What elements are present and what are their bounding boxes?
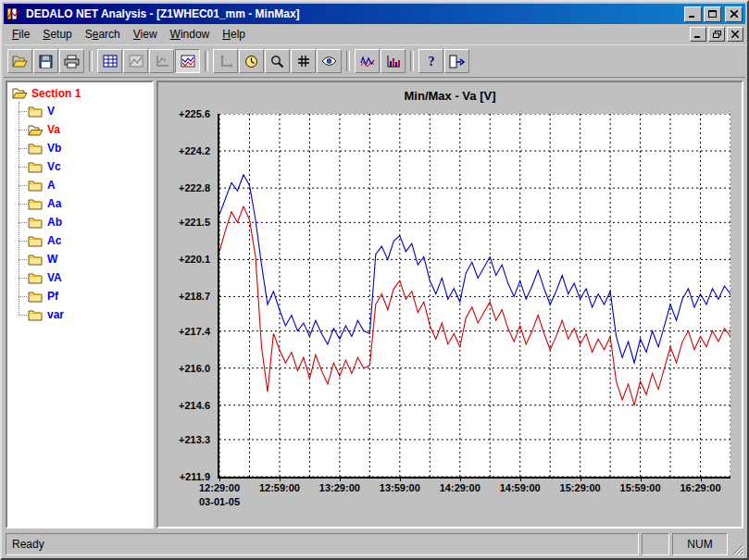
maximize-button[interactable] — [704, 6, 721, 22]
y-tick-label: +218.7 — [179, 291, 210, 302]
y-tick-label: +211.9 — [180, 471, 210, 482]
sidebar-item-ab[interactable]: Ab — [19, 213, 150, 231]
toolbar-separator — [89, 51, 93, 71]
svg-text:?: ? — [428, 55, 434, 68]
series-va-min — [219, 206, 730, 405]
sidebar-item-ac[interactable]: Ac — [19, 231, 150, 250]
time-period-button[interactable] — [239, 49, 264, 73]
toolbar-separator — [410, 51, 414, 71]
sidebar-item-va[interactable]: Va — [19, 120, 150, 139]
mdi-restore-button[interactable] — [708, 27, 725, 42]
sidebar-item-label: Vc — [47, 160, 61, 173]
x-axis-date-label: 03-01-05 — [199, 496, 240, 507]
axes-scale-disabled-button[interactable] — [213, 49, 238, 73]
folder-icon — [28, 309, 43, 321]
sidebar-item-va[interactable]: VA — [19, 268, 150, 287]
chart-minmax-active-button[interactable] — [175, 49, 200, 73]
folder-icon — [28, 198, 43, 210]
sidebar-item-label: A — [47, 179, 56, 192]
sidebar-item-aa[interactable]: Aa — [19, 194, 150, 213]
menu-view[interactable]: View — [127, 26, 164, 43]
menu-file[interactable]: File — [6, 26, 36, 43]
menu-bar-items: FileSetupSearchViewWindowHelp — [6, 26, 252, 43]
sidebar-item-label: W — [47, 253, 57, 266]
folder-icon — [28, 291, 43, 303]
x-tick-label: 12:29:00 — [199, 482, 240, 493]
minimize-button[interactable] — [684, 6, 702, 22]
sidebar-item-label: V — [47, 105, 55, 118]
resize-grip[interactable] — [730, 533, 743, 555]
menu-setup[interactable]: Setup — [36, 26, 78, 43]
y-tick-label: +214.6 — [179, 400, 210, 411]
open-folder-icon — [28, 124, 43, 136]
sidebar-item-label: Va — [47, 123, 60, 136]
menu-help[interactable]: Help — [216, 26, 252, 43]
sidebar-tree-items: VVaVbVcAAaAbAcWVAPfvar — [19, 102, 150, 324]
x-tick-label: 12:59:00 — [259, 482, 300, 493]
print-button[interactable] — [59, 49, 84, 73]
y-tick-label: +216.0 — [179, 363, 210, 374]
window-title: DEDALO NET Analysis - [Z1WHEC01_mm - Min… — [26, 7, 682, 20]
sidebar-item-label: var — [47, 308, 64, 321]
y-tick-label: +220.1 — [179, 254, 210, 265]
folder-icon — [28, 217, 43, 229]
sidebar-item-vc[interactable]: Vc — [19, 157, 150, 176]
app-window: DEDALO NET Analysis - [Z1WHEC01_mm - Min… — [0, 0, 749, 560]
mdi-minimize-button[interactable] — [690, 27, 706, 42]
menu-search[interactable]: Search — [79, 26, 127, 43]
close-button[interactable] — [725, 6, 743, 22]
x-tick-label: 14:29:00 — [440, 482, 481, 493]
sidebar-item-pf[interactable]: Pf — [19, 287, 150, 305]
x-tick-label: 15:29:00 — [560, 482, 601, 493]
chart-line-disabled-button[interactable] — [123, 49, 148, 73]
sidebar-item-section-1[interactable]: Section 1 — [9, 85, 150, 102]
title-bar: DEDALO NET Analysis - [Z1WHEC01_mm - Min… — [4, 4, 745, 24]
y-tick-label: +225.6 — [179, 108, 210, 119]
zoom-button[interactable] — [265, 49, 290, 73]
save-setup-button[interactable] — [33, 49, 58, 73]
x-tick-label: 15:59:00 — [620, 482, 661, 493]
y-tick-label: +222.8 — [179, 182, 210, 193]
sidebar-item-label: Pf — [47, 290, 58, 303]
y-axis-labels: +225.6+224.2+222.8+221.5+220.1+218.7+217… — [158, 114, 214, 479]
status-bar: Ready NUM — [4, 531, 745, 556]
app-icon — [6, 6, 21, 21]
chart-panel: Min/Max - Va [V] +225.6+224.2+222.8+221.… — [156, 81, 743, 529]
menu-window[interactable]: Window — [164, 26, 217, 43]
sidebar-item-w[interactable]: W — [19, 250, 150, 268]
y-tick-label: +221.5 — [179, 217, 210, 228]
folder-icon — [28, 272, 43, 284]
x-axis-labels: 12:29:0012:59:0013:29:0013:59:0014:29:00… — [219, 482, 732, 495]
x-tick-label: 16:29:00 — [680, 482, 720, 493]
sidebar-item-vb[interactable]: Vb — [19, 139, 150, 157]
grid-toggle-button[interactable] — [291, 49, 316, 73]
sidebar-item-label: Vb — [47, 142, 61, 155]
chart-xy-disabled-button[interactable] — [149, 49, 174, 73]
view-eye-button[interactable] — [317, 49, 342, 73]
open-file-button[interactable] — [7, 49, 32, 73]
plot-area[interactable] — [218, 114, 730, 479]
data-table-button[interactable] — [97, 49, 122, 73]
x-tick-label: 14:59:00 — [500, 482, 541, 493]
exit-button[interactable] — [444, 49, 469, 73]
open-folder-icon — [12, 87, 28, 100]
sidebar-item-label: VA — [47, 271, 62, 284]
help-button[interactable]: ? — [418, 49, 443, 73]
folder-icon — [28, 235, 43, 247]
y-tick-label: +224.2 — [179, 145, 210, 156]
sidebar-item-var[interactable]: var — [19, 305, 150, 324]
sidebar-item-v[interactable]: V — [19, 102, 150, 120]
sidebar-tree: Section 1 VVaVbVcAAaAbAcWVAPfvar — [6, 81, 154, 529]
folder-icon — [28, 254, 43, 266]
sidebar-root-label: Section 1 — [31, 87, 81, 100]
waveform-button[interactable] — [355, 49, 380, 73]
toolbar: ? — [4, 45, 745, 78]
harmonics-chart-button[interactable] — [381, 49, 406, 73]
chart-canvas — [219, 114, 730, 477]
status-pane-empty — [642, 533, 669, 555]
folder-icon — [28, 161, 43, 173]
mdi-close-button[interactable] — [727, 27, 743, 42]
toolbar-separator — [205, 51, 208, 71]
sidebar-item-a[interactable]: A — [19, 176, 150, 194]
chart-title: Min/Max - Va [V] — [158, 89, 742, 103]
